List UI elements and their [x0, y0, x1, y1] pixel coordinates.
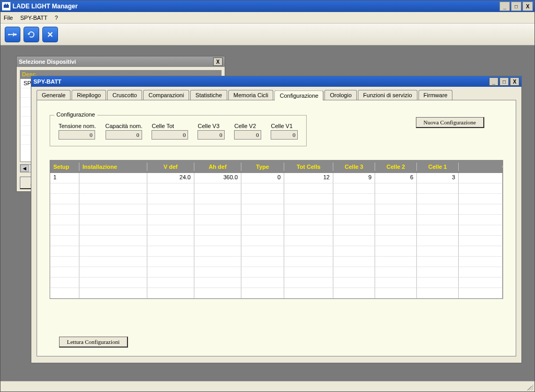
refresh-button[interactable]: [24, 27, 39, 42]
groupbox-legend: Configurazione: [54, 111, 97, 118]
col-ahdef: Ah def: [194, 163, 241, 171]
status-bar: [1, 381, 534, 391]
main-titlebar: LADE LIGHT Manager _ □ X: [1, 1, 534, 12]
selezione-title: Selezione Dispositivi: [19, 59, 213, 65]
tab-firmware[interactable]: Firmware: [418, 90, 453, 100]
spybatt-window: SPY-BATT _ □ X Generale Riepilogo Crusco…: [31, 76, 522, 363]
col-vdef: V def: [147, 163, 194, 171]
selezione-close-button[interactable]: X: [213, 57, 223, 66]
col-celle3: Celle 3: [333, 163, 375, 171]
cell-installazione: [79, 173, 147, 183]
menu-file[interactable]: File: [4, 15, 13, 21]
minimize-button[interactable]: _: [499, 2, 510, 11]
col-type: Type: [241, 163, 284, 171]
spybatt-title: SPY-BATT: [33, 78, 489, 85]
usb-button[interactable]: [5, 27, 20, 42]
col-setup: Setup: [50, 163, 79, 171]
cell-vdef: 24.0: [147, 173, 194, 183]
app-icon: [2, 2, 10, 10]
menu-spybatt[interactable]: SPY-BATT: [20, 15, 48, 21]
nuova-configurazione-button[interactable]: Nuova Configurazione: [416, 117, 485, 128]
spybatt-titlebar[interactable]: SPY-BATT _ □ X: [31, 76, 521, 87]
maximize-button[interactable]: □: [511, 2, 521, 11]
svg-rect-2: [7, 4, 8, 5]
scroll-left-icon[interactable]: ◄: [20, 165, 29, 172]
col-celle2: Celle 2: [375, 163, 417, 171]
tab-memoria-cicli[interactable]: Memoria Cicli: [228, 90, 274, 100]
celle-v3-label: Celle V3: [197, 123, 225, 129]
spybatt-tabstrip: Generale Riepilogo Cruscotto Comparazion…: [37, 90, 516, 100]
cell-type: 0: [241, 173, 284, 183]
celle-v3-input[interactable]: [197, 130, 225, 140]
celle-v2-label: Celle V2: [234, 123, 261, 129]
col-tot-cells: Tot Cells: [284, 163, 333, 171]
toolbar-close-button[interactable]: [42, 27, 58, 42]
cell-c3: 9: [333, 173, 375, 183]
tab-riepilogo[interactable]: Riepilogo: [72, 90, 106, 100]
cell-tot: 12: [284, 173, 333, 183]
col-installazione: Installazione: [79, 163, 147, 171]
svg-point-3: [8, 33, 9, 35]
svg-rect-0: [4, 5, 9, 8]
grid-header-row: Setup Installazione V def Ah def Type To…: [50, 160, 503, 173]
celle-v1-input[interactable]: [271, 130, 298, 140]
svg-rect-1: [5, 4, 6, 5]
celle-tot-label: Celle Tot: [152, 123, 188, 129]
tab-funzioni-servizio[interactable]: Funzioni di servizio: [358, 90, 417, 100]
menu-help[interactable]: ?: [55, 15, 58, 21]
close-icon: [46, 31, 54, 38]
celle-v1-label: Celle V1: [271, 123, 298, 129]
spybatt-close-button[interactable]: X: [510, 77, 519, 86]
tab-statistiche[interactable]: Statistiche: [190, 90, 227, 100]
main-toolbar: [1, 24, 534, 45]
celle-v2-input[interactable]: [234, 130, 261, 140]
tab-orologio[interactable]: Orologio: [324, 90, 357, 100]
cell-c1: 3: [417, 173, 459, 183]
tensione-label: Tensione nom.: [59, 123, 96, 129]
refresh-icon: [27, 30, 36, 39]
cell-ahdef: 360.0: [194, 173, 241, 183]
config-grid: Setup Installazione V def Ah def Type To…: [50, 160, 503, 299]
selezione-titlebar[interactable]: Selezione Dispositivi X: [17, 56, 225, 67]
col-celle1: Celle 1: [417, 163, 459, 171]
tab-comparazioni[interactable]: Comparazioni: [143, 90, 189, 100]
capacita-label: Capacità nom.: [106, 123, 143, 129]
celle-tot-input[interactable]: [152, 130, 188, 140]
main-title: LADE LIGHT Manager: [13, 3, 499, 10]
close-button[interactable]: X: [522, 2, 533, 11]
capacita-input[interactable]: [106, 130, 142, 140]
configurazione-groupbox: Configurazione Tensione nom. Capacità no…: [50, 115, 307, 146]
configurazione-pane: Configurazione Tensione nom. Capacità no…: [37, 100, 516, 356]
spybatt-minimize-button[interactable]: _: [489, 77, 498, 86]
tensione-input[interactable]: [59, 130, 95, 140]
table-row[interactable]: 1 24.0 360.0 0 12 9 6 3: [50, 173, 503, 183]
tab-configurazione[interactable]: Configurazione: [274, 90, 323, 100]
cell-setup: 1: [50, 173, 79, 183]
lettura-configurazioni-button[interactable]: Lettura Configurazioni: [59, 337, 128, 348]
tab-generale[interactable]: Generale: [37, 90, 71, 100]
tab-cruscotto[interactable]: Cruscotto: [107, 90, 142, 100]
cell-c2: 6: [375, 173, 417, 183]
spybatt-maximize-button[interactable]: □: [499, 77, 509, 86]
usb-icon: [8, 31, 17, 38]
main-menubar: File SPY-BATT ?: [1, 12, 534, 24]
resize-grip-icon[interactable]: [527, 384, 533, 390]
main-window: LADE LIGHT Manager _ □ X File SPY-BATT ?…: [0, 0, 535, 392]
mdi-client-area: Selezione Dispositivi X Desc. SPY-B ◄ ► …: [1, 45, 534, 381]
